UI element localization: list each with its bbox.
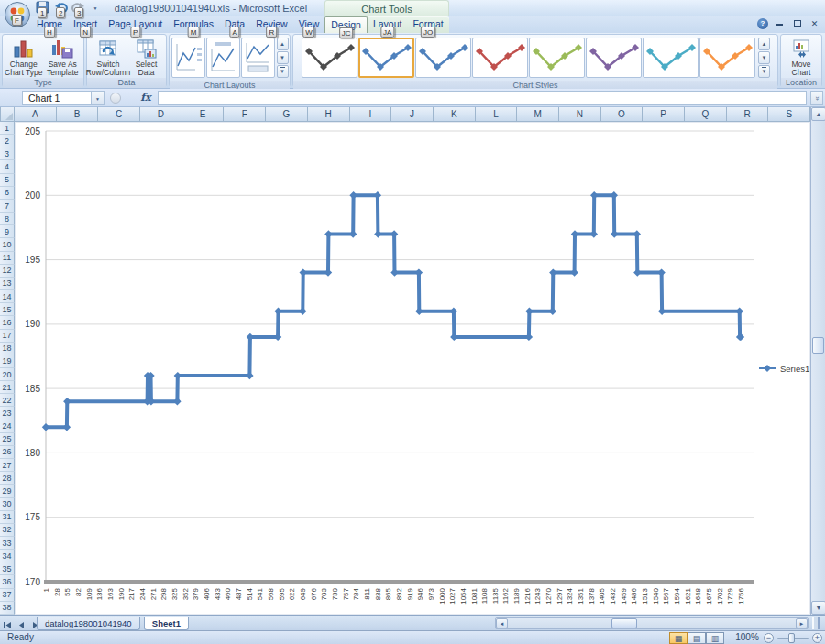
- column-header-N[interactable]: N: [559, 107, 601, 122]
- column-header-B[interactable]: B: [57, 107, 99, 122]
- column-header-L[interactable]: L: [476, 107, 518, 122]
- column-header-I[interactable]: I: [350, 107, 392, 122]
- first-sheet-button[interactable]: [2, 617, 14, 629]
- zoom-out-button[interactable]: −: [764, 633, 774, 643]
- chart-object[interactable]: 1701751801851901952002051285582109136163…: [15, 122, 810, 615]
- normal-view-button[interactable]: ▦: [669, 632, 688, 644]
- tab-split-handle[interactable]: [812, 617, 820, 629]
- chart-style-5[interactable]: [529, 38, 585, 78]
- chart-layout-2[interactable]: [206, 38, 240, 78]
- row-header-21[interactable]: 21: [0, 381, 15, 394]
- minimize-button[interactable]: [774, 18, 786, 29]
- row-header-12[interactable]: 12: [0, 265, 15, 278]
- row-header-31[interactable]: 31: [0, 511, 15, 524]
- row-header-4[interactable]: 4: [0, 160, 15, 173]
- column-header-A[interactable]: A: [15, 107, 57, 122]
- sheet-tab-sheet1[interactable]: Sheet1: [144, 617, 189, 630]
- formula-input[interactable]: [158, 91, 807, 105]
- insert-function-button[interactable]: fx: [138, 91, 154, 105]
- column-header-O[interactable]: O: [601, 107, 644, 122]
- row-header-1[interactable]: 1: [0, 122, 15, 135]
- row-header-35[interactable]: 35: [0, 562, 15, 575]
- page-layout-view-button[interactable]: ▤: [688, 632, 706, 644]
- row-header-10[interactable]: 10: [0, 238, 15, 251]
- scroll-up-button[interactable]: ▲: [811, 107, 825, 121]
- gallery-scroll-up-button[interactable]: ▲: [758, 38, 770, 50]
- column-header-J[interactable]: J: [391, 107, 434, 122]
- row-header-6[interactable]: 6: [0, 187, 15, 200]
- column-header-H[interactable]: H: [308, 107, 350, 122]
- gallery-more-button[interactable]: ▼: [758, 65, 770, 78]
- gallery-scroll-up-button[interactable]: ▲: [277, 38, 289, 50]
- row-header-34[interactable]: 34: [0, 550, 15, 562]
- row-header-30[interactable]: 30: [0, 498, 15, 511]
- chart-layout-1[interactable]: [171, 38, 205, 78]
- vertical-scrollbar[interactable]: ▲ ▼: [810, 107, 825, 615]
- row-header-8[interactable]: 8: [0, 213, 15, 225]
- row-header-38[interactable]: 38: [0, 602, 15, 615]
- select-all-corner[interactable]: [0, 107, 15, 122]
- column-header-C[interactable]: C: [98, 107, 140, 122]
- formula-cancel-button[interactable]: [110, 93, 121, 104]
- column-header-S[interactable]: S: [768, 107, 810, 122]
- column-header-G[interactable]: G: [266, 107, 308, 122]
- column-header-E[interactable]: E: [182, 107, 225, 122]
- chart-style-4[interactable]: [472, 38, 528, 78]
- close-button[interactable]: ✕: [808, 18, 820, 29]
- change-chart-type-button[interactable]: Change Chart Type: [5, 36, 43, 77]
- column-header-F[interactable]: F: [224, 107, 266, 122]
- tab-review[interactable]: ReviewR: [250, 16, 292, 33]
- row-header-23[interactable]: 23: [0, 407, 15, 420]
- column-header-M[interactable]: M: [517, 107, 559, 122]
- row-header-16[interactable]: 16: [0, 316, 15, 329]
- row-header-36[interactable]: 36: [0, 575, 15, 588]
- restore-button[interactable]: [791, 18, 803, 29]
- row-header-11[interactable]: 11: [0, 252, 15, 265]
- name-box[interactable]: Chart 1: [22, 91, 92, 105]
- tab-insert[interactable]: InsertN: [68, 16, 103, 33]
- tab-formulas[interactable]: FormulasM: [168, 16, 219, 33]
- row-header-9[interactable]: 9: [0, 225, 15, 238]
- select-data-button[interactable]: Select Data: [128, 36, 164, 77]
- row-header-18[interactable]: 18: [0, 343, 15, 355]
- tab-view[interactable]: ViewW: [293, 16, 325, 33]
- row-header-17[interactable]: 17: [0, 330, 15, 343]
- save-as-template-button[interactable]: Save As Template: [44, 36, 82, 77]
- chart-style-1[interactable]: [302, 38, 358, 78]
- row-header-13[interactable]: 13: [0, 278, 15, 290]
- page-break-view-button[interactable]: ▥: [706, 632, 724, 644]
- help-button[interactable]: ?: [757, 18, 768, 29]
- zoom-in-button[interactable]: +: [812, 633, 822, 643]
- scroll-right-button[interactable]: ►: [796, 618, 808, 628]
- tab-format[interactable]: FormatJO: [407, 16, 448, 33]
- chart-style-7[interactable]: [643, 38, 698, 78]
- tab-design[interactable]: DesignJC: [324, 16, 368, 33]
- gallery-scroll-down-button[interactable]: ▼: [277, 51, 289, 64]
- tab-data[interactable]: DataA: [219, 16, 250, 33]
- move-chart-button[interactable]: Move Chart: [783, 36, 820, 77]
- scroll-down-button[interactable]: ▼: [811, 601, 825, 615]
- horizontal-scrollbar[interactable]: ◄ ►: [495, 617, 808, 629]
- switch-row-column-button[interactable]: Switch Row/Column: [89, 36, 127, 77]
- row-header-20[interactable]: 20: [0, 368, 15, 381]
- row-header-7[interactable]: 7: [0, 200, 15, 213]
- row-header-15[interactable]: 15: [0, 303, 15, 316]
- gallery-more-button[interactable]: ▼: [277, 65, 289, 78]
- formula-bar-expand-button[interactable]: »: [810, 91, 823, 105]
- scroll-left-button[interactable]: ◄: [496, 618, 508, 628]
- column-header-K[interactable]: K: [434, 107, 476, 122]
- zoom-slider-thumb[interactable]: [788, 633, 795, 643]
- row-header-33[interactable]: 33: [0, 537, 15, 550]
- horizontal-scrollbar-thumb[interactable]: [611, 618, 637, 628]
- name-box-dropdown-button[interactable]: ▼: [92, 91, 104, 105]
- row-header-25[interactable]: 25: [0, 433, 15, 446]
- tab-home[interactable]: HomeH: [31, 16, 68, 33]
- row-header-22[interactable]: 22: [0, 394, 15, 407]
- qat-customize-button[interactable]: ▼: [90, 3, 101, 14]
- sheet-tab-datalog198001041940[interactable]: datalog198001041940: [37, 617, 140, 630]
- chart-style-6[interactable]: [586, 38, 642, 78]
- chart-layout-3[interactable]: [241, 38, 275, 78]
- row-header-19[interactable]: 19: [0, 355, 15, 368]
- tab-layout[interactable]: LayoutJA: [368, 16, 408, 33]
- previous-sheet-button[interactable]: [16, 617, 28, 629]
